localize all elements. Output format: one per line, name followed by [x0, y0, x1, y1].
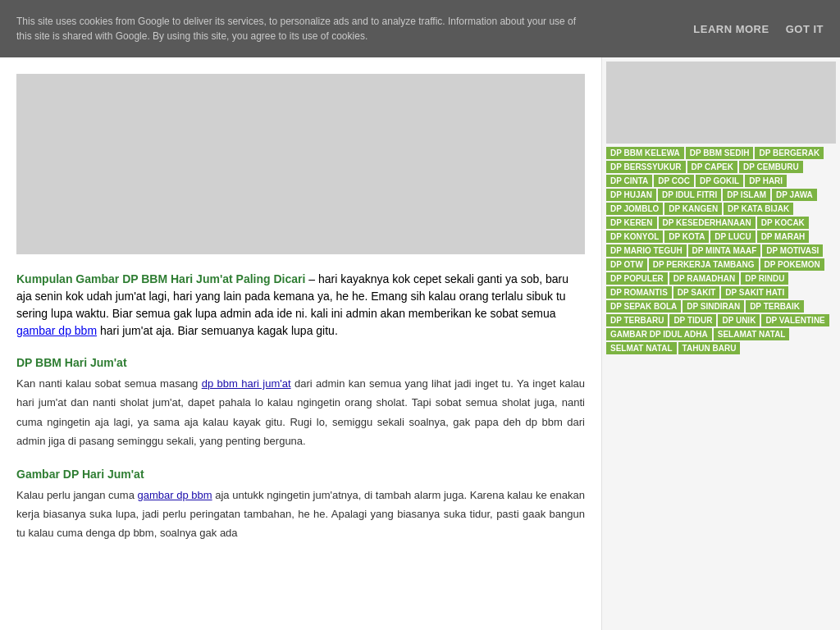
- sidebar-tag[interactable]: DP POPULER: [606, 272, 668, 285]
- cookie-text: This site uses cookies from Google to de…: [16, 14, 591, 43]
- sidebar-tag[interactable]: DP TERBAIK: [746, 300, 804, 313]
- sidebar-tag[interactable]: DP GOKIL: [696, 175, 743, 187]
- sidebar-tag[interactable]: DP SINDIRAN: [682, 300, 744, 313]
- sidebar-tag[interactable]: DP BBM KELEWA: [606, 147, 684, 159]
- learn-more-link[interactable]: LEARN MORE: [693, 23, 769, 35]
- sidebar-tag[interactable]: DP CEMBURU: [739, 161, 803, 173]
- sidebar-tag[interactable]: DP ROMANTIS: [606, 286, 672, 299]
- got-it-link[interactable]: GOT IT: [786, 23, 824, 35]
- article-title: Kumpulan Gambar DP BBM Hari Jum'at Palin…: [16, 271, 585, 340]
- sidebar-tag[interactable]: DP KESEDERHANAAN: [659, 217, 756, 229]
- sidebar-tag[interactable]: DP KONYOL: [606, 231, 663, 243]
- sidebar-tag[interactable]: TAHUN BARU: [678, 342, 741, 354]
- sidebar-tag[interactable]: DP SEPAK BOLA: [606, 300, 681, 313]
- sidebar-tag[interactable]: DP IDUL FITRI: [658, 189, 721, 201]
- cookie-actions: LEARN MORE GOT IT: [693, 23, 824, 35]
- sidebar-tag[interactable]: DP BERGERAK: [755, 147, 824, 159]
- sidebar-tag[interactable]: DP JOMBLO: [606, 203, 663, 215]
- sidebar-tag[interactable]: DP HARI: [745, 175, 787, 187]
- sidebar-tag[interactable]: DP COC: [654, 175, 694, 187]
- sidebar-tag[interactable]: DP MARAH: [757, 231, 810, 243]
- sidebar-tag[interactable]: DP HUJAN: [606, 189, 656, 201]
- sidebar-tag[interactable]: DP KATA BIJAK: [724, 203, 793, 215]
- section1-heading: DP BBM Hari Jum'at: [16, 356, 585, 369]
- sidebar-tag[interactable]: DP OTW: [606, 258, 647, 271]
- sidebar-tag[interactable]: DP JAWA: [772, 189, 817, 201]
- sidebar-tag[interactable]: DP TERBARU: [606, 314, 668, 326]
- section2: Gambar DP Hari Jum'at Kalau perlu jangan…: [16, 468, 585, 543]
- sidebar-tag[interactable]: DP TIDUR: [669, 314, 716, 326]
- sidebar-tag[interactable]: DP MINTA MAAF: [688, 244, 761, 257]
- section1: DP BBM Hari Jum'at Kan nanti kalau sobat…: [16, 356, 585, 451]
- section1-pre: Kan nanti kalau sobat semua masang: [16, 377, 202, 390]
- cookie-banner: This site uses cookies from Google to de…: [0, 0, 840, 57]
- sidebar-tag[interactable]: DP RAMADHAN: [669, 272, 739, 285]
- sidebar-tag[interactable]: DP BERSSYUKUR: [606, 161, 686, 173]
- sidebar-tag[interactable]: DP POKEMON: [760, 258, 824, 271]
- main-wrapper: Kumpulan Gambar DP BBM Hari Jum'at Palin…: [0, 57, 840, 630]
- sidebar-tag[interactable]: SELAMAT NATAL: [714, 328, 790, 340]
- section1-body: Kan nanti kalau sobat semua masang dp bb…: [16, 374, 585, 451]
- section2-heading: Gambar DP Hari Jum'at: [16, 468, 585, 481]
- content-area: Kumpulan Gambar DP BBM Hari Jum'at Palin…: [0, 57, 602, 630]
- article-title-rest2: hari jum'at aja. Biar semuanya kagak lup…: [97, 324, 338, 337]
- section2-pre: Kalau perlu jangan cuma: [16, 489, 138, 501]
- section2-body: Kalau perlu jangan cuma gambar dp bbm aj…: [16, 486, 585, 543]
- section2-link[interactable]: gambar dp bbm: [138, 489, 212, 501]
- sidebar-tag[interactable]: DP RINDU: [741, 272, 788, 285]
- sidebar-tag[interactable]: DP SAKIT: [673, 286, 720, 299]
- sidebar-tag[interactable]: DP KOCAK: [757, 217, 809, 229]
- sidebar-tag[interactable]: DP KEREN: [606, 217, 657, 229]
- sidebar-tag[interactable]: DP UNIK: [718, 314, 760, 326]
- sidebar: DP BBM KELEWADP BBM SEDIHDP BERGERAKDP B…: [602, 57, 840, 630]
- article-title-link[interactable]: Kumpulan Gambar DP BBM Hari Jum'at Palin…: [16, 272, 305, 285]
- tag-list: DP BBM KELEWADP BBM SEDIHDP BERGERAKDP B…: [606, 147, 836, 354]
- section1-link[interactable]: dp bbm hari jum'at: [202, 377, 291, 390]
- sidebar-tag[interactable]: GAMBAR DP IDUL ADHA: [606, 328, 712, 340]
- sidebar-tag[interactable]: DP MARIO TEGUH: [606, 244, 687, 257]
- sidebar-tag[interactable]: DP BBM SEDIH: [686, 147, 754, 159]
- sidebar-top-gray: [606, 62, 836, 144]
- sidebar-tag[interactable]: DP CINTA: [606, 175, 652, 187]
- sidebar-tag[interactable]: DP VALENTINE: [761, 314, 829, 326]
- sidebar-tag[interactable]: SELMAT NATAL: [606, 342, 677, 354]
- sidebar-tag[interactable]: DP KOTA: [664, 231, 709, 243]
- sidebar-tag[interactable]: DP KANGEN: [664, 203, 722, 215]
- image-placeholder: [16, 74, 585, 254]
- sidebar-tag[interactable]: DP PERKERJA TAMBANG: [649, 258, 759, 271]
- sidebar-tag[interactable]: DP MOTIVASI: [762, 244, 823, 257]
- article-gambar-link[interactable]: gambar dp bbm: [16, 324, 97, 337]
- sidebar-tag[interactable]: DP SAKIT HATI: [721, 286, 788, 299]
- sidebar-tag[interactable]: DP CAPEK: [687, 161, 738, 173]
- sidebar-tag[interactable]: DP LUCU: [710, 231, 755, 243]
- article-intro: Kumpulan Gambar DP BBM Hari Jum'at Palin…: [16, 271, 585, 340]
- sidebar-tag[interactable]: DP ISLAM: [723, 189, 770, 201]
